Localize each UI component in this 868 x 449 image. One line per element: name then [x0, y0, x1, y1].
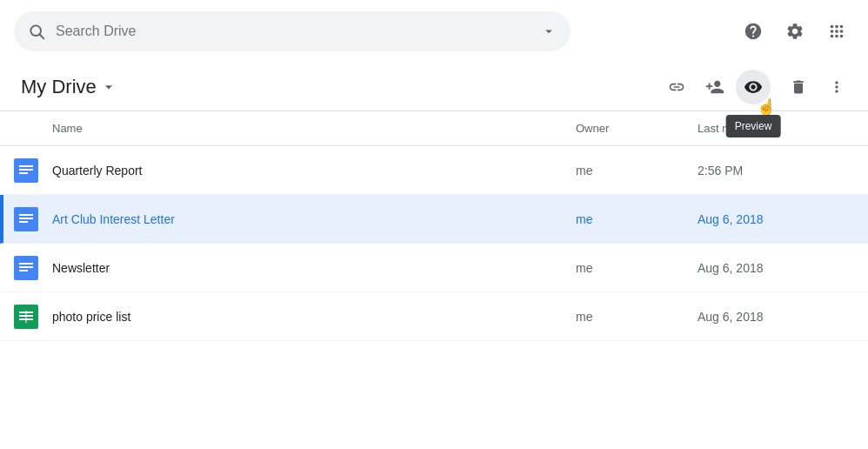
doc-icon [14, 256, 38, 280]
svg-line-1 [40, 35, 44, 39]
svg-rect-9 [19, 221, 28, 223]
settings-button[interactable] [778, 14, 812, 49]
doc-icon [14, 207, 38, 231]
file-name: Newsletter [52, 261, 576, 275]
header [0, 0, 868, 63]
file-owner: me [576, 261, 698, 275]
preview-tooltip: Preview [726, 115, 781, 137]
search-dropdown-icon[interactable] [541, 23, 557, 39]
share-button[interactable] [698, 70, 732, 104]
cursor-hand-icon: ☝ [757, 97, 776, 117]
header-icons [736, 14, 854, 49]
svg-rect-13 [19, 270, 28, 271]
eye-icon [744, 77, 763, 97]
svg-rect-3 [19, 165, 33, 167]
file-name: photo price list [52, 310, 576, 324]
doc-icon [14, 158, 38, 183]
file-name: Art Club Interest Letter [52, 212, 576, 226]
more-button[interactable] [819, 70, 854, 104]
sheet-icon [14, 305, 38, 329]
search-input[interactable] [56, 23, 541, 39]
toolbar: My Drive ☝ Preview [0, 63, 868, 111]
file-owner: me [576, 164, 698, 178]
drive-title[interactable]: My Drive [21, 76, 117, 98]
toolbar-actions: ☝ Preview [659, 70, 854, 104]
column-owner-header: Owner [576, 122, 698, 135]
file-owner: me [576, 212, 698, 226]
apps-button[interactable] [819, 14, 854, 49]
drive-title-text: My Drive [21, 76, 97, 98]
svg-rect-12 [19, 266, 33, 268]
table-row[interactable]: Quarterly Report me 2:56 PM [0, 146, 868, 195]
file-modified: Aug 6, 2018 [698, 212, 854, 226]
table-row[interactable]: Newsletter me Aug 6, 2018 [0, 244, 868, 292]
file-owner: me [576, 310, 698, 324]
preview-button-wrap: ☝ Preview [736, 70, 771, 104]
file-name: Quarterly Report [52, 164, 576, 178]
file-modified: 2:56 PM [698, 164, 854, 178]
svg-rect-5 [19, 172, 28, 174]
table-row[interactable]: photo price list me Aug 6, 2018 [0, 292, 868, 341]
help-button[interactable] [736, 14, 771, 49]
delete-button[interactable] [781, 70, 816, 104]
svg-rect-4 [19, 169, 33, 171]
svg-rect-8 [19, 218, 33, 219]
search-bar[interactable] [14, 11, 571, 51]
table-row[interactable]: Art Club Interest Letter me Aug 6, 2018 [0, 195, 868, 244]
svg-rect-11 [19, 263, 33, 265]
svg-rect-7 [19, 214, 33, 216]
file-table: Quarterly Report me 2:56 PM Art Club Int… [0, 146, 868, 341]
preview-button[interactable]: ☝ [736, 70, 771, 104]
file-modified: Aug 6, 2018 [698, 310, 854, 324]
file-modified: Aug 6, 2018 [698, 261, 854, 275]
search-icon [28, 23, 45, 40]
get-link-button[interactable] [659, 70, 694, 104]
chevron-down-icon [100, 78, 117, 96]
column-name-header: Name [52, 122, 576, 135]
